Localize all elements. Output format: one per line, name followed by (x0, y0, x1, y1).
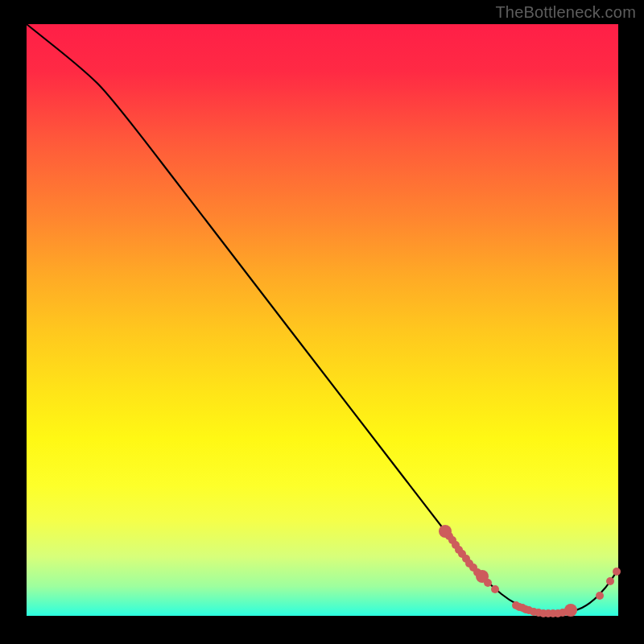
watermark-text: TheBottleneck.com (495, 3, 636, 22)
data-markers (439, 525, 621, 617)
plot-area (27, 24, 618, 616)
data-point (596, 592, 604, 600)
data-point-large (476, 570, 489, 583)
data-point (613, 568, 621, 576)
chart-svg (27, 24, 618, 616)
data-point (491, 585, 499, 593)
data-point (606, 577, 614, 585)
data-point-large (439, 525, 452, 538)
data-point-large (564, 604, 577, 617)
chart-container: TheBottleneck.com (0, 0, 644, 644)
bottleneck-curve (27, 24, 617, 614)
